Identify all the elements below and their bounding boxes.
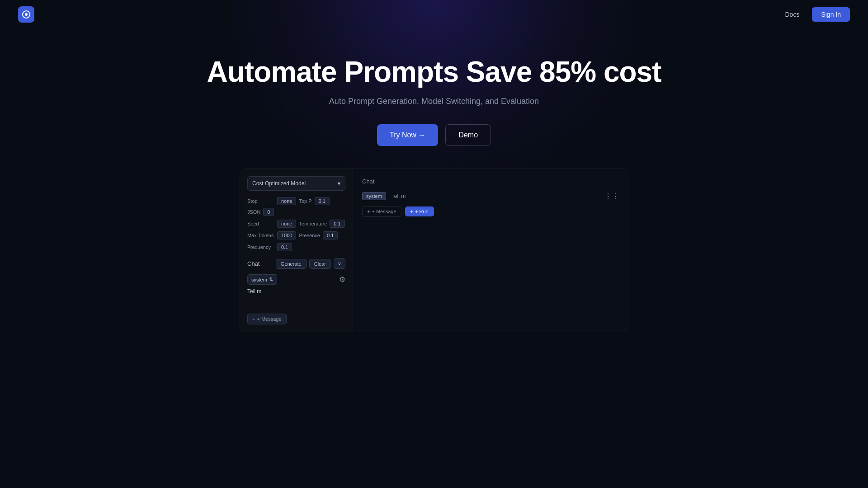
nav-right: Docs Sign In — [780, 7, 850, 22]
role-chevron-icon: ⇅ — [269, 277, 273, 282]
add-message-right-label: + Message — [372, 209, 396, 214]
chat-header: Chat Generate Clear ∨ — [247, 258, 345, 269]
add-message-right-button[interactable]: + + Message — [362, 206, 401, 217]
chevron-down-icon: ▾ — [338, 180, 340, 187]
param-row-frequency: Frequency 0.1 — [247, 243, 345, 251]
chat-section: Chat Generate Clear ∨ system ⇅ ⚙ Tell m — [247, 258, 345, 324]
seed-value[interactable]: none — [277, 220, 296, 228]
docs-button[interactable]: Docs — [780, 8, 805, 21]
chat-output-row: system Tell m ⋮⋮ — [362, 192, 619, 201]
add-message-button[interactable]: + + Message — [247, 314, 287, 324]
right-panel: Chat system Tell m ⋮⋮ + + Message + + Ru… — [353, 169, 628, 332]
param-row-maxtokens: Max Tokens 1000 Presence 0.1 — [247, 231, 345, 239]
plus-icon-right: + — [367, 209, 370, 214]
param-row-stop: Stop none Top P 0.1 JSON 0 — [247, 197, 345, 216]
params-grid: Stop none Top P 0.1 JSON 0 Seed none Tem… — [247, 197, 345, 251]
hero-buttons: Try Now → Demo — [9, 124, 859, 146]
plus-icon: + — [252, 316, 255, 322]
panel-wrapper: Cost Optimized Model ▾ Stop none Top P 0… — [240, 169, 628, 332]
run-plus-icon: + — [410, 209, 413, 214]
frequency-value[interactable]: 0.1 — [277, 243, 292, 251]
demo-button[interactable]: Demo — [445, 124, 491, 146]
role-label: system — [251, 277, 267, 282]
topp-label: Top P — [299, 198, 311, 204]
add-message-label: + Message — [257, 316, 281, 322]
stop-label: Stop — [247, 198, 274, 204]
presence-label: Presence — [299, 233, 320, 238]
param-row-seed: Seed none Temperature 0.1 — [247, 220, 345, 228]
chat-section-title: Chat — [247, 260, 259, 267]
right-panel-title: Chat — [362, 178, 619, 185]
expand-output-icon[interactable]: ⋮⋮ — [604, 192, 619, 201]
maxtokens-value[interactable]: 1000 — [277, 231, 296, 239]
chat-output-actions: + + Message + + Run — [362, 206, 619, 217]
svg-point-1 — [25, 13, 28, 16]
run-button[interactable]: + + Run — [405, 206, 434, 216]
left-panel: Cost Optimized Model ▾ Stop none Top P 0… — [240, 169, 353, 332]
json-value[interactable]: 0 — [263, 208, 274, 216]
chat-actions: Generate Clear ∨ — [276, 258, 345, 269]
logo-icon — [18, 6, 34, 23]
json-label: JSON — [247, 209, 260, 215]
model-select-label: Cost Optimized Model — [252, 180, 306, 187]
presence-value[interactable]: 0.1 — [323, 231, 338, 239]
stop-value[interactable]: none — [277, 197, 296, 205]
model-select-dropdown[interactable]: Cost Optimized Model ▾ — [247, 176, 345, 191]
nav-left — [18, 6, 34, 23]
generate-button[interactable]: Generate — [276, 259, 307, 269]
output-text: Tell m — [392, 192, 599, 199]
try-now-button[interactable]: Try Now → — [377, 124, 438, 146]
role-select[interactable]: system ⇅ — [247, 274, 277, 285]
main-content: Cost Optimized Model ▾ Stop none Top P 0… — [0, 169, 868, 332]
message-input[interactable]: Tell m — [247, 288, 345, 306]
hero-title: Automate Prompts Save 85% cost — [9, 56, 859, 88]
hero-subtitle: Auto Prompt Generation, Model Switching,… — [9, 97, 859, 106]
message-role-row: system ⇅ ⚙ — [247, 274, 345, 285]
clear-button[interactable]: Clear — [309, 259, 331, 269]
message-settings-icon[interactable]: ⚙ — [339, 275, 345, 284]
frequency-label: Frequency — [247, 244, 274, 250]
maxtokens-label: Max Tokens — [247, 233, 274, 238]
hero-section: Automate Prompts Save 85% cost Auto Prom… — [0, 29, 868, 169]
expand-button[interactable]: ∨ — [334, 258, 345, 269]
topp-value[interactable]: 0.1 — [315, 197, 330, 205]
temperature-value[interactable]: 0.1 — [330, 220, 344, 228]
navbar: Docs Sign In — [0, 0, 868, 29]
system-badge: system — [362, 192, 386, 200]
temperature-label: Temperature — [299, 221, 327, 226]
signin-button[interactable]: Sign In — [812, 7, 850, 22]
seed-label: Seed — [247, 221, 274, 226]
run-label: + Run — [415, 209, 429, 214]
